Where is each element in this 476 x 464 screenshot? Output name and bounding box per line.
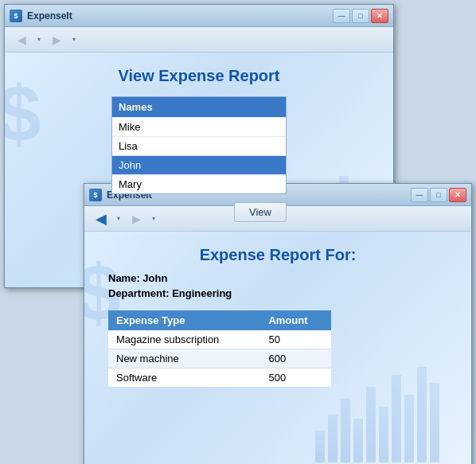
expense-type-cell: Magazine subscription: [108, 330, 260, 349]
forward-dropdown-1[interactable]: ▾: [68, 30, 80, 49]
minimize-btn-1[interactable]: —: [333, 9, 350, 23]
maximize-btn-2[interactable]: □: [430, 188, 447, 202]
back-dropdown-1[interactable]: ▾: [33, 30, 45, 49]
expense-type-cell: New machine: [108, 349, 260, 368]
app-icon-1: $: [10, 10, 22, 22]
titlebar-1: $ ExpenseIt — □ ✕: [5, 5, 393, 27]
names-item-john[interactable]: John: [112, 155, 286, 174]
col-amount: Amount: [260, 310, 331, 330]
table-row: Magazine subscription50: [108, 330, 331, 349]
view-btn-row: View: [111, 202, 287, 222]
expense-title: Expense Report For:: [84, 232, 471, 272]
names-list: Names Mike Lisa John Mary: [111, 96, 287, 194]
page-title-1: View Expense Report: [5, 53, 393, 96]
names-item-lisa[interactable]: Lisa: [112, 136, 286, 155]
amount-cell: 50: [260, 330, 331, 349]
app-icon-2: $: [89, 189, 102, 201]
titlebar-title-1: ExpenseIt: [27, 10, 333, 21]
names-item-mary[interactable]: Mary: [112, 174, 286, 193]
content-area-2: $ Expense Report For: Name: John Departm…: [84, 232, 471, 464]
minimize-btn-2[interactable]: —: [411, 188, 428, 202]
toolbar-1: ◀ ▾ ▶ ▾: [5, 27, 393, 53]
titlebar-buttons-1: — □ ✕: [333, 9, 388, 23]
dept-label: Department: Engineering: [108, 287, 447, 299]
names-header: Names: [112, 97, 286, 117]
names-item-mike[interactable]: Mike: [112, 117, 286, 136]
view-button[interactable]: View: [234, 202, 287, 222]
table-row: Software500: [108, 368, 331, 388]
close-btn-2[interactable]: ✕: [449, 188, 466, 202]
expense-rows: Magazine subscription50New machine600Sof…: [108, 330, 331, 388]
name-label: Name: John: [108, 272, 447, 284]
amount-cell: 600: [260, 349, 331, 368]
maximize-btn-1[interactable]: □: [352, 9, 369, 23]
forward-btn-1[interactable]: ▶: [46, 30, 67, 49]
expense-type-cell: Software: [108, 368, 260, 388]
names-panel: Names Mike Lisa John Mary View: [111, 96, 287, 222]
back-btn-1[interactable]: ◀: [11, 30, 32, 49]
expense-table: Expense Type Amount Magazine subscriptio…: [108, 310, 331, 388]
table-row: New machine600: [108, 349, 331, 368]
col-expense-type: Expense Type: [108, 310, 260, 330]
titlebar-buttons-2: — □ ✕: [411, 188, 466, 202]
table-header-row: Expense Type Amount: [108, 310, 331, 330]
expense-table-wrap: Expense Type Amount Magazine subscriptio…: [84, 310, 471, 388]
close-btn-1[interactable]: ✕: [371, 9, 388, 23]
back-btn-2[interactable]: ◀: [91, 209, 111, 228]
expense-info: Name: John Department: Engineering: [84, 272, 471, 310]
expense-window: $ ExpenseIt — □ ✕ ◀ ▾ ▶ ▾ $: [84, 183, 472, 464]
amount-cell: 500: [260, 368, 331, 388]
